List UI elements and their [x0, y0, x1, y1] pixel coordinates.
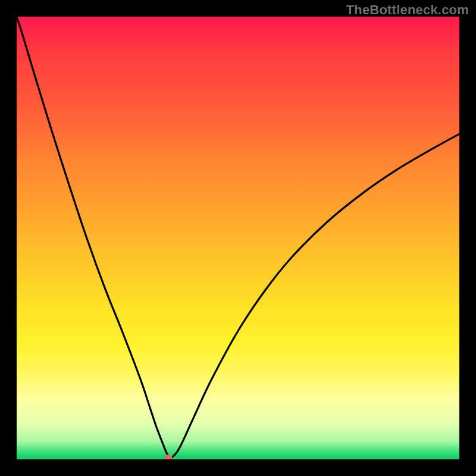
watermark-text: TheBottleneck.com [346, 2, 469, 18]
optimal-marker [165, 455, 172, 459]
bottleneck-curve [17, 17, 459, 459]
plot-area [17, 17, 459, 459]
chart-frame: TheBottleneck.com [0, 0, 476, 476]
